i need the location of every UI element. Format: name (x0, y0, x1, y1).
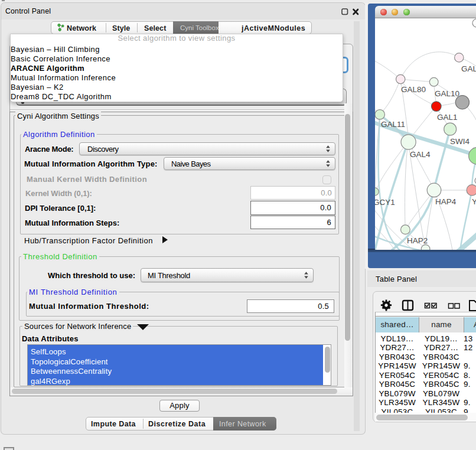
svg-text:HAP4: HAP4 (435, 197, 457, 206)
svg-text:Y: Y (472, 197, 476, 206)
svg-text:SWI4: SWI4 (450, 137, 470, 146)
svg-text:GAL80: GAL80 (401, 85, 426, 94)
svg-text:HAP2: HAP2 (407, 236, 428, 245)
svg-text:GAL4: GAL4 (410, 150, 431, 159)
svg-text:GAL10: GAL10 (435, 89, 459, 98)
svg-text:GAL1: GAL1 (437, 113, 458, 122)
svg-text:GCY1: GCY1 (375, 198, 395, 207)
svg-text:GAL: GAL (461, 64, 476, 73)
svg-text:GAL11: GAL11 (381, 120, 405, 129)
